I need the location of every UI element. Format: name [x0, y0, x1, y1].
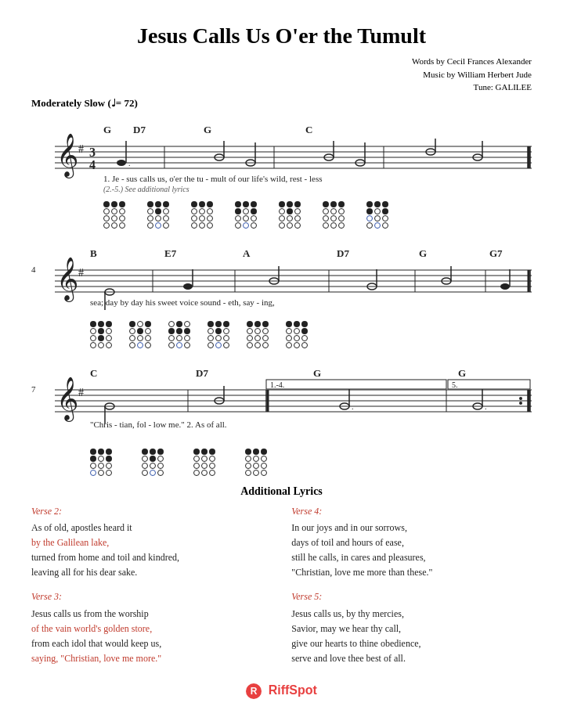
additional-lyrics-section: Additional Lyrics Verse 2: As of old, ap… [31, 485, 532, 676]
tempo-marking: Moderately Slow (♩= 72) [31, 97, 532, 110]
staff-svg-3: 7 𝄞 # 1.-4. 5. [31, 355, 532, 449]
svg-text:7: 7 [31, 384, 36, 394]
svg-text:D7: D7 [133, 124, 146, 135]
attribution: Words by Cecil Frances Alexander Music b… [31, 55, 532, 94]
svg-text:D7: D7 [196, 367, 208, 379]
verse3-text: Jesus calls us from the worship of the v… [31, 607, 272, 667]
staff-section-2: 4 𝄞 # B E7 A D7 G G7 [31, 235, 532, 348]
additional-lyrics-title: Additional Lyrics [31, 485, 532, 498]
svg-text:#: # [78, 267, 84, 279]
svg-point-66 [500, 283, 510, 290]
chord-dots-section-2 [90, 321, 532, 348]
verse4-text: In our joys and in our sorrows, days of … [291, 521, 532, 581]
svg-text:G: G [419, 247, 427, 259]
verse2-text: As of old, apostles heard it by the Gali… [31, 521, 272, 581]
svg-text:1. Je - sus  calls  us,  o'er : 1. Je - sus calls us, o'er the tu - mult… [103, 174, 323, 183]
svg-text:G: G [204, 124, 211, 135]
page: Jesus Calls Us O'er the Tumult Words by … [0, 0, 563, 728]
words-credit: Words by Cecil Frances Alexander [31, 55, 532, 68]
svg-text:G7: G7 [489, 247, 503, 259]
svg-text:A: A [243, 247, 251, 259]
svg-text:E7: E7 [164, 247, 177, 259]
svg-text:4: 4 [89, 158, 96, 171]
riffspot-icon: R [246, 683, 262, 699]
svg-text:1.-4.: 1.-4. [270, 380, 284, 389]
svg-rect-77 [266, 380, 446, 389]
tune-credit: Tune: GALILEE [31, 81, 532, 94]
svg-point-58 [183, 283, 193, 290]
svg-text:𝄞: 𝄞 [56, 257, 78, 302]
svg-text:#: # [78, 143, 84, 155]
svg-text:C: C [90, 367, 97, 379]
svg-text:.: . [128, 159, 131, 168]
staff-section-1: 𝄞 # 3 4 G D7 G C . [31, 111, 532, 229]
svg-text:"Chris -  tian,    fol - low  : "Chris - tian, fol - low me." 2. As of a… [90, 420, 227, 429]
svg-point-18 [117, 160, 126, 166]
chord-dots-section-3 [90, 449, 532, 476]
svg-text:(2.-5.)  See additional lyrics: (2.-5.) See additional lyrics [103, 185, 189, 194]
lyrics-col-left: Verse 2: As of old, apostles heard it by… [31, 504, 272, 676]
svg-text:#: # [78, 387, 84, 398]
staff-svg-2: 4 𝄞 # B E7 A D7 G G7 [31, 235, 532, 321]
svg-text:C: C [305, 124, 312, 135]
verse2-title: Verse 2: [31, 504, 272, 519]
svg-point-87 [519, 397, 522, 400]
staff-svg-1: 𝄞 # 3 4 G D7 G C . [31, 111, 532, 201]
lyrics-col-right: Verse 4: In our joys and in our sorrows,… [291, 504, 532, 676]
svg-text:G: G [103, 124, 111, 135]
logo-text: RiffSpot [269, 684, 317, 697]
song-title: Jesus Calls Us O'er the Tumult [31, 23, 532, 49]
chord-dots-section-1 [103, 201, 532, 229]
svg-text:4: 4 [31, 265, 36, 274]
svg-point-88 [519, 402, 522, 405]
svg-text:G: G [458, 367, 466, 379]
logo-footer: R RiffSpot [31, 683, 532, 699]
svg-text:5.: 5. [452, 380, 458, 389]
verse5-title: Verse 5: [291, 589, 532, 604]
svg-text:𝄞: 𝄞 [56, 133, 78, 178]
svg-text:.: . [485, 402, 487, 411]
verse3-title: Verse 3: [31, 589, 272, 604]
music-credit: Music by William Herbert Jude [31, 68, 532, 81]
verse4-title: Verse 4: [291, 504, 532, 519]
svg-rect-79 [448, 380, 530, 389]
svg-text:.: . [352, 402, 354, 411]
svg-text:sea;       day  by  day    his: sea; day by day his sweet voice sound - … [90, 297, 275, 307]
svg-text:3: 3 [89, 146, 96, 159]
svg-text:B: B [90, 247, 97, 259]
svg-text:G: G [313, 367, 321, 379]
verse5-text: Jesus calls us, by thy mercies, Savior, … [291, 607, 532, 667]
lyrics-columns: Verse 2: As of old, apostles heard it by… [31, 504, 532, 676]
svg-text:𝄞: 𝄞 [56, 377, 78, 422]
staff-section-3: 7 𝄞 # 1.-4. 5. [31, 355, 532, 476]
svg-text:D7: D7 [337, 247, 349, 259]
